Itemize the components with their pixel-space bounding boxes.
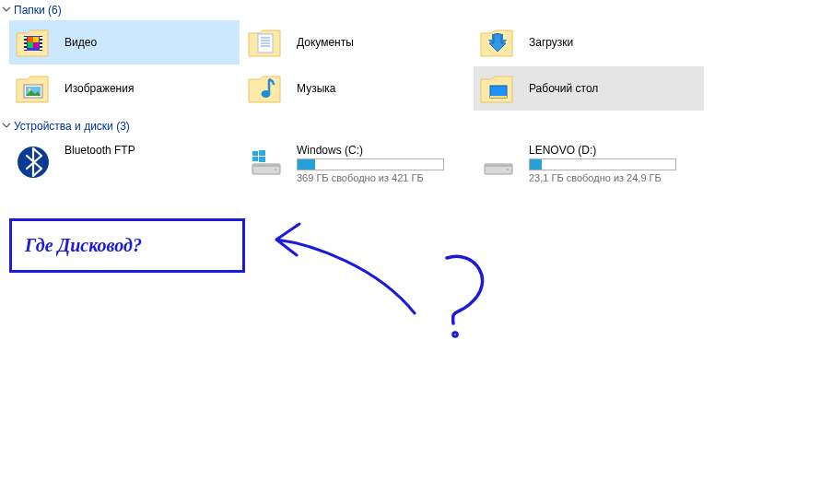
folder-label: Рабочий стол xyxy=(529,82,598,95)
svg-point-22 xyxy=(29,88,31,91)
section-header-folders[interactable]: Папки (6) xyxy=(0,0,820,20)
device-name: LENOVO (D:) xyxy=(529,144,676,157)
svg-rect-8 xyxy=(40,41,42,42)
folder-item-pictures[interactable]: Изображения xyxy=(9,66,240,111)
svg-rect-30 xyxy=(252,151,258,156)
device-item-drive-d[interactable]: LENOVO (D:) 23,1 ГБ свободно из 24,9 ГБ xyxy=(474,140,704,187)
folder-item-downloads[interactable]: Загрузки xyxy=(474,20,704,64)
svg-rect-12 xyxy=(33,37,39,42)
drive-usage-bar xyxy=(529,158,676,170)
bluetooth-icon xyxy=(15,144,52,181)
svg-rect-4 xyxy=(24,41,27,42)
svg-rect-13 xyxy=(28,42,33,48)
folder-label: Музыка xyxy=(297,82,335,95)
svg-rect-31 xyxy=(259,150,265,156)
drive-windows-icon xyxy=(247,144,284,181)
folder-label: Изображения xyxy=(64,82,134,95)
svg-point-36 xyxy=(507,169,509,170)
drive-usage-bar xyxy=(297,158,444,170)
folder-music-icon xyxy=(247,72,284,105)
svg-rect-25 xyxy=(490,96,507,98)
svg-rect-28 xyxy=(252,164,280,167)
svg-point-29 xyxy=(275,169,276,170)
folder-desktop-icon xyxy=(479,72,516,105)
svg-rect-10 xyxy=(40,48,42,50)
folder-label: Загрузки xyxy=(529,36,573,49)
section-title: Папки (6) xyxy=(14,4,62,17)
folder-video-icon xyxy=(15,26,52,59)
chevron-down-icon xyxy=(2,120,11,133)
svg-rect-11 xyxy=(28,37,33,42)
folder-label: Видео xyxy=(64,36,97,49)
chevron-down-icon xyxy=(2,4,11,17)
device-item-drive-c[interactable]: Windows (C:) 369 ГБ свободно из 421 ГБ xyxy=(241,140,472,187)
svg-point-23 xyxy=(262,90,271,98)
annotation-arrow-icon xyxy=(258,217,516,346)
folder-item-video[interactable]: Видео xyxy=(9,20,240,64)
svg-rect-7 xyxy=(40,37,42,39)
folders-grid: Видео Документы Загрузки xyxy=(0,20,820,116)
svg-rect-6 xyxy=(24,48,27,50)
folder-item-desktop[interactable]: Рабочий стол xyxy=(474,66,704,111)
svg-rect-9 xyxy=(40,44,42,46)
svg-rect-5 xyxy=(24,44,27,46)
device-name: Bluetooth FTP xyxy=(64,144,135,157)
annotation-text: Где Дисковод? xyxy=(25,235,142,256)
drive-icon xyxy=(479,144,516,181)
folder-item-music[interactable]: Музыка xyxy=(241,66,472,111)
folder-item-documents[interactable]: Документы xyxy=(241,20,472,64)
devices-grid: Bluetooth FTP Windows (C:) 369 ГБ свобод… xyxy=(0,136,820,187)
section-title: Устройства и диски (3) xyxy=(14,120,130,133)
svg-rect-32 xyxy=(252,157,258,161)
svg-rect-14 xyxy=(33,42,39,48)
svg-rect-33 xyxy=(259,157,265,162)
drive-free-text: 369 ГБ свободно из 421 ГБ xyxy=(297,172,444,183)
svg-rect-35 xyxy=(485,164,512,167)
device-item-bluetooth[interactable]: Bluetooth FTP xyxy=(9,140,240,187)
device-name: Windows (C:) xyxy=(297,144,444,157)
folder-pictures-icon xyxy=(15,72,52,105)
section-header-devices[interactable]: Устройства и диски (3) xyxy=(0,116,820,136)
svg-rect-3 xyxy=(24,37,27,39)
annotation-box: Где Дисковод? xyxy=(9,218,245,273)
drive-free-text: 23,1 ГБ свободно из 24,9 ГБ xyxy=(529,172,676,183)
svg-point-37 xyxy=(453,333,458,337)
folder-documents-icon xyxy=(247,26,284,59)
folder-label: Документы xyxy=(297,36,354,49)
folder-downloads-icon xyxy=(479,26,516,59)
